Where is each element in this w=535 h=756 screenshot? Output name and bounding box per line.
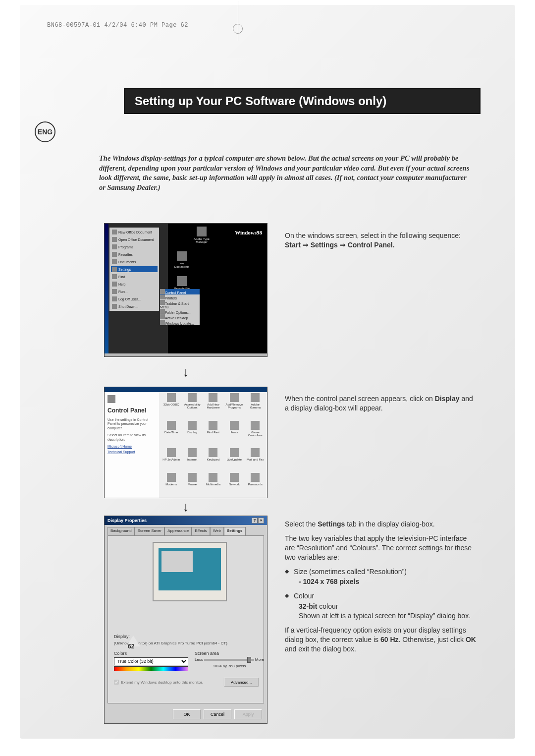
desktop-icon-adobe[interactable]: Adobe Type Manager (194, 227, 210, 243)
start-menu-item-logoff[interactable]: Log Off User... (111, 296, 158, 302)
cp-link-techsupport[interactable]: Technical Support (107, 450, 156, 454)
start-menu-item-shutdown[interactable]: Shut Down... (111, 303, 158, 309)
cp-item[interactable]: Keyboard (204, 448, 223, 471)
cp-item[interactable]: Mail and Fax (246, 448, 265, 471)
cp-item[interactable]: Find Fast (204, 421, 223, 447)
cp-item[interactable]: Modems (161, 473, 181, 496)
close-button[interactable]: × (258, 518, 264, 523)
start-menu-item[interactable]: Open Office Document (111, 236, 158, 242)
instruction-step1: On the windows screen, select in the fol… (285, 231, 478, 255)
cp-item[interactable]: Display (182, 421, 202, 447)
cp-item[interactable]: Mouse (182, 473, 202, 496)
help-button[interactable]: ? (252, 518, 258, 523)
desktop-icon-label: Adobe Type Manager (194, 237, 210, 243)
start-menu-item-programs[interactable]: Programs (111, 244, 158, 250)
submenu-item-winupdate[interactable]: Windows Update... (160, 320, 200, 325)
step3-para3-mid: . Otherwise, just click (399, 636, 466, 643)
apply-button[interactable]: Apply (234, 709, 262, 719)
resolution-slider[interactable] (204, 659, 254, 661)
cp-item-label: Network (229, 483, 240, 486)
step3-bullet2-sub1: 32-bit (299, 602, 317, 610)
tab-screen-saver[interactable]: Screen Saver (135, 527, 164, 536)
submenu-item-activedesktop[interactable]: Active Desktop (160, 314, 200, 320)
tab-appearance[interactable]: Appearance (164, 527, 192, 536)
find-icon (112, 274, 117, 279)
cp-item[interactable]: Multimedia (204, 473, 223, 496)
cp-item[interactable]: LiveUpdate (224, 448, 244, 471)
cp-left-pane: Control Panel Use the settings in Contro… (105, 392, 159, 498)
cp-item-label: Keyboard (207, 458, 220, 461)
tab-web[interactable]: Web (210, 527, 224, 536)
cp-item[interactable]: Network (224, 473, 244, 496)
step1-text: On the windows screen, select in the fol… (285, 232, 461, 239)
start-menu-item-settings[interactable]: Settings (111, 266, 158, 272)
activedesktop-icon (160, 314, 165, 319)
recycle-icon (177, 276, 187, 286)
desktop-icon-mydocs[interactable]: My Documents (174, 251, 190, 268)
cp-item[interactable]: 32bit ODBC (161, 393, 181, 419)
cp-item[interactable]: Fonts (224, 421, 244, 447)
cp-item-label: Multimedia (206, 483, 220, 486)
cp-item-label: LiveUpdate (227, 458, 242, 461)
cp-item[interactable]: HP JetAdmin (161, 448, 181, 471)
submenu-item-folderopts[interactable]: Folder Options... (160, 309, 200, 314)
colors-select[interactable]: True Color (32 bit) (114, 657, 188, 665)
cp-item[interactable]: Internet (182, 448, 202, 471)
cp-item-icon (209, 393, 217, 402)
flow-arrow-2: ↓ (178, 499, 193, 514)
cp-item-label: Game Controllers (246, 431, 265, 437)
tab-background[interactable]: Background (107, 527, 135, 536)
programs-icon (112, 244, 117, 249)
slider-thumb[interactable] (247, 657, 251, 663)
submenu-item-taskbar[interactable]: Taskbar & Start Menu... (160, 300, 200, 309)
settings-submenu[interactable]: Control Panel Printers Taskbar & Start M… (160, 289, 200, 325)
dialog-buttons: OK Cancel Apply (173, 709, 262, 719)
taskbar[interactable] (105, 353, 267, 356)
start-menu-item-documents[interactable]: Documents (111, 259, 158, 265)
step3-bullet1: Size (sometimes called “Resolution”) (285, 567, 478, 577)
extend-desktop-checkbox[interactable] (114, 680, 119, 685)
cp-item-label: Date/Time (164, 431, 178, 434)
cancel-button[interactable]: Cancel (204, 709, 231, 719)
start-menu[interactable]: New Office Document Open Office Document… (109, 228, 159, 311)
cp-item[interactable]: Passwords (246, 473, 265, 496)
adobe-icon (197, 227, 207, 236)
desktop-icon-label: My Documents (174, 262, 189, 268)
cp-desc2: Select an item to view its description. (107, 433, 156, 442)
step3-para3-hz: 60 Hz (380, 636, 399, 643)
cp-item-icon (230, 473, 239, 482)
advanced-button[interactable]: Advanced... (224, 678, 259, 687)
controlpanel-icon (160, 289, 165, 294)
cp-item-icon (209, 473, 217, 482)
start-menu-item-run[interactable]: Run... (111, 289, 158, 294)
ok-button[interactable]: OK (173, 709, 201, 719)
submenu-item-printers[interactable]: Printers (160, 294, 200, 300)
screen-area-group: Screen area Less More 1024 by 768 pixels (195, 651, 264, 668)
cp-item[interactable]: Date/Time (161, 421, 181, 447)
cp-item[interactable]: Game Controllers (246, 421, 265, 447)
start-menu-item-help[interactable]: Help (111, 281, 158, 287)
extend-desktop-label: Extend my Windows desktop onto this moni… (121, 680, 203, 685)
cp-item-label: Mail and Fax (247, 458, 264, 461)
tab-effects[interactable]: Effects (192, 527, 210, 536)
submenu-item-controlpanel[interactable]: Control Panel (160, 289, 200, 294)
tab-settings[interactable]: Settings (224, 527, 246, 536)
cp-item[interactable]: Add New Hardware (204, 393, 223, 419)
shutdown-icon (112, 304, 117, 309)
cp-item[interactable]: Add/Remove Programs (224, 393, 244, 419)
print-reg-mark-top (238, 1, 238, 41)
step3-para3-ok: OK (466, 636, 476, 643)
cp-item-icon (251, 393, 260, 402)
slider-less-label: Less (195, 657, 203, 662)
cp-item-icon (251, 473, 260, 482)
cp-link-mshome[interactable]: Microsoft Home (107, 445, 156, 448)
cp-item[interactable]: Adobe Gamma (246, 393, 265, 419)
start-menu-item-favorites[interactable]: Favorites (111, 251, 158, 257)
cp-item[interactable]: Accessibility Options (182, 393, 202, 419)
print-header-line: BN68-00597A-01 4/2/04 6:40 PM Page 62 (47, 22, 188, 28)
start-menu-item-find[interactable]: Find (111, 274, 158, 280)
cp-item-label: Find Fast (207, 431, 219, 434)
help-icon (112, 282, 117, 287)
start-menu-item[interactable]: New Office Document (111, 229, 158, 235)
desktop-icon-recycle[interactable]: Recycle Bin (174, 276, 190, 290)
